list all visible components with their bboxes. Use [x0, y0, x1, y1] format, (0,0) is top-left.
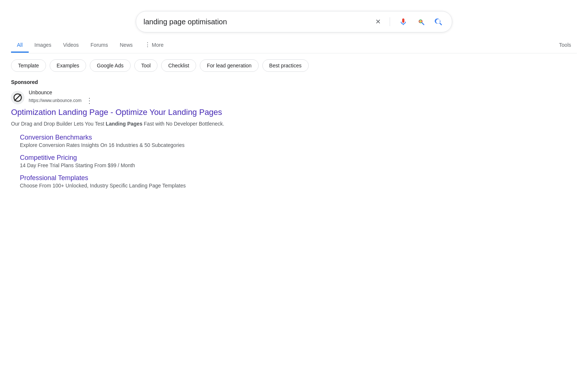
search-button[interactable]	[433, 16, 444, 28]
search-input[interactable]	[144, 18, 374, 26]
sitelink-templates: Professional Templates Choose From 100+ …	[20, 174, 298, 189]
microphone-icon	[399, 17, 408, 26]
ad-title[interactable]: Optimization Landing Page - Optimize You…	[11, 107, 298, 118]
tab-all[interactable]: All	[11, 38, 29, 53]
more-dots-icon: ⋮	[145, 41, 150, 48]
chip-lead-generation[interactable]: For lead generation	[200, 59, 258, 72]
ad-favicon	[11, 91, 24, 104]
lens-icon	[417, 17, 425, 26]
clear-icon: ✕	[375, 18, 381, 26]
filter-chips: Template Examples Google Ads Tool Checkl…	[11, 53, 577, 78]
sponsored-label: Sponsored	[11, 79, 298, 85]
nav-tabs: All Images Videos Forums News ⋮ More Too…	[11, 32, 577, 53]
sitelink-conversion: Conversion Benchmarks Explore Conversion…	[20, 134, 298, 148]
tab-tools[interactable]: Tools	[553, 38, 577, 53]
tab-images[interactable]: Images	[29, 38, 57, 53]
ad-source: Unbounce https://www.unbounce.com ⋮	[11, 89, 298, 106]
chip-checklist[interactable]: Checklist	[161, 59, 196, 72]
sitelink-templates-title[interactable]: Professional Templates	[20, 174, 298, 182]
search-icon	[434, 17, 443, 26]
unbounce-logo-icon	[13, 92, 23, 103]
chip-template[interactable]: Template	[11, 59, 46, 72]
sitelink-conversion-desc: Explore Conversion Rates Insights On 16 …	[20, 142, 298, 148]
chip-examples[interactable]: Examples	[50, 59, 86, 72]
ad-result: Sponsored Unbounce https://www.unbounce.…	[11, 79, 298, 189]
microphone-button[interactable]	[397, 16, 409, 28]
clear-button[interactable]: ✕	[374, 16, 382, 27]
ad-sitelinks: Conversion Benchmarks Explore Conversion…	[11, 134, 298, 189]
chip-tool[interactable]: Tool	[134, 59, 158, 72]
ad-description: Our Drag and Drop Builder Lets You Test …	[11, 120, 298, 128]
ad-source-url: https://www.unbounce.com ⋮	[29, 95, 95, 106]
sitelink-pricing: Competitive Pricing 14 Day Free Trial Pl…	[20, 154, 298, 168]
tab-videos[interactable]: Videos	[57, 38, 85, 53]
sitelink-conversion-title[interactable]: Conversion Benchmarks	[20, 134, 298, 141]
ad-source-info: Unbounce https://www.unbounce.com ⋮	[29, 89, 95, 106]
sitelink-pricing-desc: 14 Day Free Trial Plans Starting From $9…	[20, 162, 298, 168]
sitelink-templates-desc: Choose From 100+ Unlocked, Industry Spec…	[20, 183, 298, 189]
sitelink-pricing-title[interactable]: Competitive Pricing	[20, 154, 298, 162]
tab-news[interactable]: News	[114, 38, 139, 53]
divider	[390, 17, 390, 26]
ad-source-name: Unbounce	[29, 89, 95, 95]
search-actions: ✕	[374, 16, 444, 28]
svg-line-2	[422, 23, 424, 25]
chip-best-practices[interactable]: Best practices	[262, 59, 309, 72]
chip-google-ads[interactable]: Google Ads	[90, 59, 130, 72]
lens-button[interactable]	[415, 16, 427, 28]
tab-forums[interactable]: Forums	[85, 38, 114, 53]
svg-point-3	[420, 21, 421, 22]
search-bar: ✕	[136, 11, 452, 32]
tab-more[interactable]: ⋮ More	[139, 38, 170, 53]
ad-options-icon[interactable]: ⋮	[84, 95, 95, 106]
